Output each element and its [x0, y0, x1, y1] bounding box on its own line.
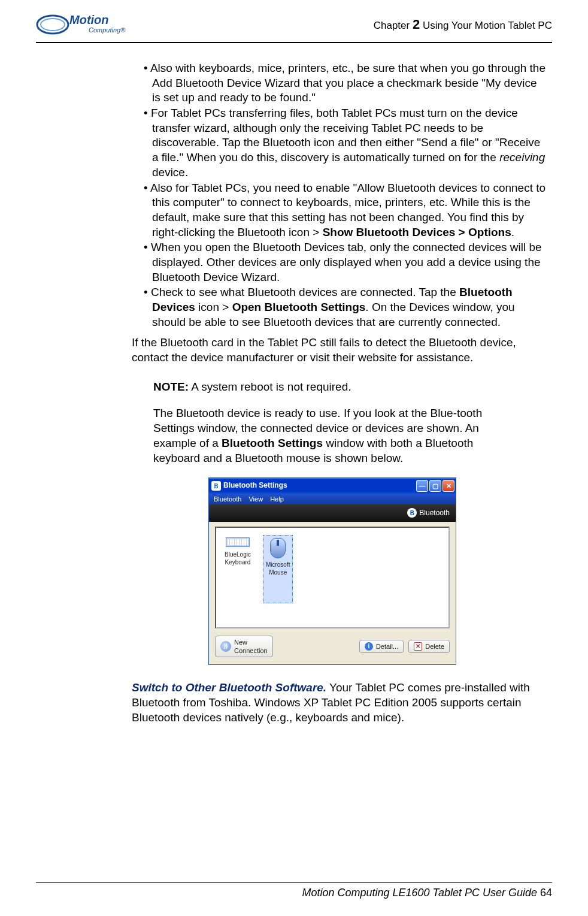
brand-logo: Motion Computing®: [36, 12, 138, 37]
btn-line: New: [234, 638, 268, 646]
menu-view[interactable]: View: [248, 495, 263, 503]
note-line: NOTE: A system reboot is not required.: [153, 380, 492, 395]
menu-help[interactable]: Help: [270, 495, 284, 503]
bullet-bold: Open Bluetooth Settings: [232, 301, 366, 313]
btn-label: Detail...: [376, 642, 398, 651]
menu-bluetooth[interactable]: Bluetooth: [214, 495, 241, 503]
svg-point-1: [41, 19, 65, 31]
device-keyboard[interactable]: BlueLogic Keyboard: [222, 535, 253, 603]
device-mouse[interactable]: Microsoft Mouse: [263, 535, 293, 603]
bullet-item: • Also for Tablet PCs, you need to enabl…: [144, 181, 546, 240]
btn-label: Delete: [425, 642, 444, 651]
bullet-item: • Check to see what Bluetooth devices ar…: [144, 285, 546, 329]
toolbar-right-group: i Detail... ✕ Delete: [359, 640, 450, 653]
maximize-button[interactable]: ▢: [429, 480, 441, 492]
note-block: NOTE: A system reboot is not required. T…: [153, 380, 546, 465]
bullet-text: icon >: [195, 301, 232, 313]
switch-section: Switch to Other Bluetooth Software. Your…: [132, 681, 546, 725]
bluetooth-icon: B: [211, 481, 221, 491]
brand-bar: B Bluetooth: [209, 504, 456, 521]
bullet-item: • For Tablet PCs transferring files, bot…: [144, 106, 546, 180]
screenshot-figure: B Bluetooth Settings — ▢ ✕ Bluetooth Vie…: [208, 477, 525, 665]
main-content: • Also with keyboards, mice, printers, e…: [132, 61, 546, 725]
brand-sub-text: Computing®: [89, 26, 126, 34]
btn-line: Connection: [234, 646, 268, 655]
bluetooth-settings-window: B Bluetooth Settings — ▢ ✕ Bluetooth Vie…: [208, 477, 456, 665]
page-number: 64: [540, 887, 552, 899]
page-header: Motion Computing® Chapter 2 Using Your M…: [36, 12, 552, 43]
note-body: The Bluetooth device is ready to use. If…: [153, 406, 492, 465]
menu-bar: Bluetooth View Help: [209, 494, 456, 504]
note-body-bold: Bluetooth Settings: [222, 437, 323, 449]
note-text: A system reboot is not required.: [189, 380, 351, 393]
device-label: Microsoft: [266, 561, 290, 569]
chapter-number: 2: [413, 17, 420, 32]
delete-icon: ✕: [414, 642, 422, 651]
note-label: NOTE:: [153, 380, 189, 393]
delete-button[interactable]: ✕ Delete: [408, 640, 450, 653]
device-label: Mouse: [266, 569, 290, 576]
close-button[interactable]: ✕: [442, 480, 454, 492]
bullet-text: device.: [152, 166, 188, 179]
device-area: BlueLogic Keyboard Microsoft Mouse: [215, 527, 450, 628]
window-buttons: — ▢ ✕: [416, 480, 454, 492]
bullet-text: • For Tablet PCs transferring files, bot…: [144, 107, 540, 164]
window-toolbar: )) New Connection i Detail... ✕ Delete: [209, 632, 456, 665]
page-footer: Motion Computing LE1600 Tablet PC User G…: [36, 882, 552, 899]
chapter-label-pre: Chapter: [374, 20, 413, 31]
follow-paragraph: If the Bluetooth card in the Tablet PC s…: [132, 335, 546, 365]
btn-text: New Connection: [234, 638, 268, 655]
bullet-list: • Also with keyboards, mice, printers, e…: [144, 61, 546, 329]
window-titlebar[interactable]: B Bluetooth Settings — ▢ ✕: [209, 478, 456, 494]
brand-text: Bluetooth: [419, 509, 450, 518]
switch-title: Switch to Other Bluetooth Software.: [132, 681, 326, 694]
detail-button[interactable]: i Detail...: [359, 640, 404, 653]
antenna-icon: )): [220, 641, 231, 652]
new-connection-button[interactable]: )) New Connection: [215, 636, 273, 658]
bullet-text: • Check to see what Bluetooth devices ar…: [144, 286, 459, 298]
chapter-label-post: Using Your Motion Tablet PC: [420, 20, 552, 31]
chapter-heading: Chapter 2 Using Your Motion Tablet PC: [374, 17, 552, 32]
bluetooth-logo: B Bluetooth: [407, 508, 450, 518]
keyboard-icon: [226, 537, 250, 547]
mouse-icon: [270, 538, 286, 558]
bullet-italic: receiving: [499, 151, 545, 164]
bullet-text: .: [511, 226, 514, 238]
title-left: B Bluetooth Settings: [211, 481, 287, 491]
info-icon: i: [365, 642, 373, 651]
bluetooth-glyph-icon: B: [407, 508, 417, 518]
footer-text: Motion Computing LE1600 Tablet PC User G…: [302, 887, 540, 899]
bullet-item: • When you open the Bluetooth Devices ta…: [144, 240, 546, 285]
bullet-item: • Also with keyboards, mice, printers, e…: [144, 61, 546, 105]
device-label: BlueLogic: [225, 551, 251, 558]
minimize-button[interactable]: —: [416, 480, 428, 492]
device-label: Keyboard: [225, 558, 251, 566]
bullet-bold: Show Bluetooth Devices > Options: [323, 226, 511, 238]
window-title: Bluetooth Settings: [223, 481, 287, 491]
brand-top-text: Motion: [69, 13, 109, 26]
